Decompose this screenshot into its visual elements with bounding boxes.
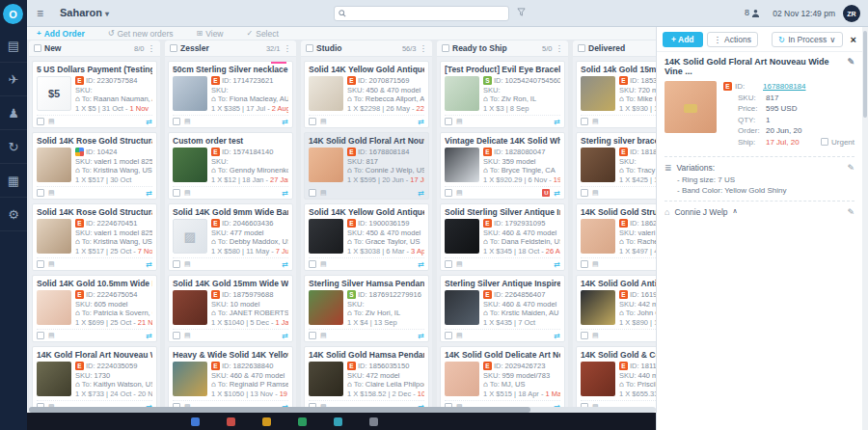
card-checkbox[interactable]	[173, 332, 180, 339]
sync-status-icon[interactable]: ⇄	[418, 332, 424, 340]
card-checkbox[interactable]	[37, 118, 44, 125]
card-checkbox[interactable]	[309, 118, 316, 125]
column-menu-icon[interactable]: ⋮	[284, 43, 292, 53]
order-card[interactable]: 50cm Sterling Silver necklace with ... E…	[168, 61, 293, 128]
close-panel-icon[interactable]: ×	[851, 34, 856, 45]
card-checkbox[interactable]	[581, 189, 588, 197]
order-card[interactable]: 14K Solid Gold Delicate Art Nouvea... EI…	[440, 346, 565, 414]
order-card[interactable]: Solid 14K Gold 10.5mm Wide Band ... EID:…	[32, 275, 157, 342]
note-icon[interactable]: ▤	[184, 332, 191, 339]
taskbar-icon[interactable]	[298, 417, 307, 426]
order-card[interactable]: Vintage Delicate 14K Solid White Go... E…	[440, 132, 565, 200]
order-card[interactable]: Solid 14K Gold 15mm Wide Weddin... EID:1…	[168, 275, 293, 342]
sync-status-icon[interactable]: ⇄	[282, 332, 288, 340]
column-checkbox[interactable]	[578, 44, 585, 52]
workspace-switcher[interactable]: Saharon ▾	[60, 7, 109, 18]
card-checkbox[interactable]	[173, 118, 180, 125]
scrollbar-thumb[interactable]	[863, 31, 867, 118]
order-id-link[interactable]: 1678808184	[763, 81, 806, 93]
note-icon[interactable]: ▤	[592, 189, 599, 197]
note-icon[interactable]: ▤	[320, 118, 327, 125]
app-logo[interactable]: O	[3, 4, 23, 24]
column-menu-icon[interactable]: ⋮	[556, 43, 564, 53]
card-checkbox[interactable]	[37, 332, 44, 339]
chevron-up-icon[interactable]: ∧	[733, 207, 738, 215]
note-icon[interactable]: ▤	[456, 260, 463, 268]
status-dropdown[interactable]: ↻In Process∨	[772, 32, 843, 47]
get-new-orders-button[interactable]: ↺Get new orders	[108, 29, 174, 39]
card-checkbox[interactable]	[37, 260, 44, 268]
order-card[interactable]: 14K Solid Gold Floral Art Nouveau ... EI…	[304, 132, 429, 200]
sidebar-item-orders[interactable]: ▤	[0, 29, 27, 63]
note-icon[interactable]: ▤	[48, 189, 55, 197]
order-card[interactable]: Sterling silver bracelet & Art... EID:18…	[576, 132, 656, 200]
add-order-button[interactable]: +Add Order	[37, 29, 85, 39]
taskbar-icon[interactable]	[227, 417, 235, 426]
sidebar-item-send[interactable]: ✈	[0, 63, 27, 96]
note-icon[interactable]: ▤	[592, 260, 599, 268]
column-menu-icon[interactable]: ⋮	[420, 43, 428, 53]
urgent-checkbox[interactable]	[821, 138, 828, 146]
view-button[interactable]: ⊞View	[197, 29, 224, 39]
avatar[interactable]: ZR	[843, 5, 860, 22]
card-checkbox[interactable]	[445, 332, 452, 339]
order-card[interactable]: 14K Solid Gold Structural Rin... EID:186…	[576, 203, 656, 271]
card-checkbox[interactable]	[581, 332, 588, 339]
order-card[interactable]: Sterling Silver Antique Inspire... EID:2…	[440, 275, 565, 342]
sync-status-icon[interactable]: ⇄	[146, 189, 152, 198]
edit-title-icon[interactable]: ✎	[847, 57, 854, 76]
order-card[interactable]: 14K Solid Gold Hamsa Pendant EID:1856035…	[304, 346, 429, 414]
edit-customer-icon[interactable]: ✎	[847, 207, 854, 217]
order-card[interactable]: Heavy & Wide Solid 14K Yellow Gol... EID…	[168, 346, 293, 414]
sync-status-icon[interactable]: ⇄	[554, 189, 560, 198]
filter-icon[interactable]	[517, 8, 526, 16]
order-card[interactable]: Sterling Silver Hamsa Pendant with... SI…	[304, 275, 429, 342]
note-icon[interactable]: ▤	[320, 260, 327, 268]
column-checkbox[interactable]	[170, 44, 177, 52]
taskbar-icon[interactable]	[369, 417, 378, 426]
note-icon[interactable]: ▤	[592, 332, 599, 339]
note-icon[interactable]: ▤	[320, 189, 327, 197]
search-box[interactable]	[334, 6, 509, 21]
card-checkbox[interactable]	[581, 118, 588, 125]
urgent-toggle[interactable]: Urgent	[821, 137, 854, 148]
search-input[interactable]	[349, 10, 494, 18]
order-card[interactable]: Solid 14K Rose Gold Structural Ring... I…	[32, 132, 157, 200]
taskbar-icon[interactable]	[191, 417, 200, 426]
taskbar-icon[interactable]	[334, 417, 342, 426]
sidebar-item-network[interactable]: ♟	[0, 96, 27, 130]
sync-status-icon[interactable]: ⇄	[146, 332, 152, 340]
card-checkbox[interactable]	[581, 260, 588, 268]
order-card[interactable]: 5 US Dollars Payment (Testing) $5 EID:22…	[32, 61, 157, 128]
edit-variations-icon[interactable]: ✎	[847, 163, 854, 173]
note-icon[interactable]: ▤	[184, 260, 191, 268]
sync-status-icon[interactable]: ⇄	[282, 260, 288, 269]
sync-status-icon[interactable]: ⇄	[554, 260, 560, 269]
sync-status-icon[interactable]: ⇄	[554, 118, 560, 126]
vertical-scrollbar[interactable]	[862, 27, 868, 430]
order-card[interactable]: Custom order test EID:1574184140 SKU: ⌂T…	[168, 132, 293, 200]
order-card[interactable]: 14K Solid Gold Antique Inspi... EID:1619…	[576, 275, 656, 342]
card-checkbox[interactable]	[173, 260, 180, 268]
sync-status-icon[interactable]: ⇄	[418, 118, 424, 126]
sync-status-icon[interactable]: ⇄	[146, 118, 152, 126]
sync-status-icon[interactable]: ⇄	[418, 260, 424, 269]
note-icon[interactable]: ▤	[184, 189, 191, 197]
order-card[interactable]: [Test Product] Evil Eye Bracelet in St..…	[440, 61, 565, 128]
note-icon[interactable]: ▤	[456, 118, 463, 125]
order-card[interactable]: Solid 14K Rose Gold Structural Ring... E…	[32, 203, 157, 271]
note-icon[interactable]: ▤	[456, 189, 463, 197]
card-checkbox[interactable]	[37, 189, 44, 197]
customer-name[interactable]: Connie J Welp	[674, 207, 727, 217]
sync-status-icon[interactable]: ⇄	[554, 332, 560, 340]
note-icon[interactable]: ▤	[320, 332, 327, 339]
note-icon[interactable]: ▤	[48, 332, 55, 339]
order-card[interactable]: Solid 14K Yellow Gold Antique Inspi... E…	[304, 203, 429, 271]
taskbar-icon[interactable]	[262, 417, 271, 426]
panel-actions-button[interactable]: ⋮Actions	[707, 32, 758, 47]
order-card[interactable]: Solid Sterling Silver Antique Inspire...…	[440, 203, 565, 271]
sidebar-item-sync[interactable]: ↻	[0, 130, 27, 164]
card-checkbox[interactable]	[309, 189, 316, 197]
sync-status-icon[interactable]: ⇄	[418, 189, 424, 198]
card-checkbox[interactable]	[445, 260, 452, 268]
